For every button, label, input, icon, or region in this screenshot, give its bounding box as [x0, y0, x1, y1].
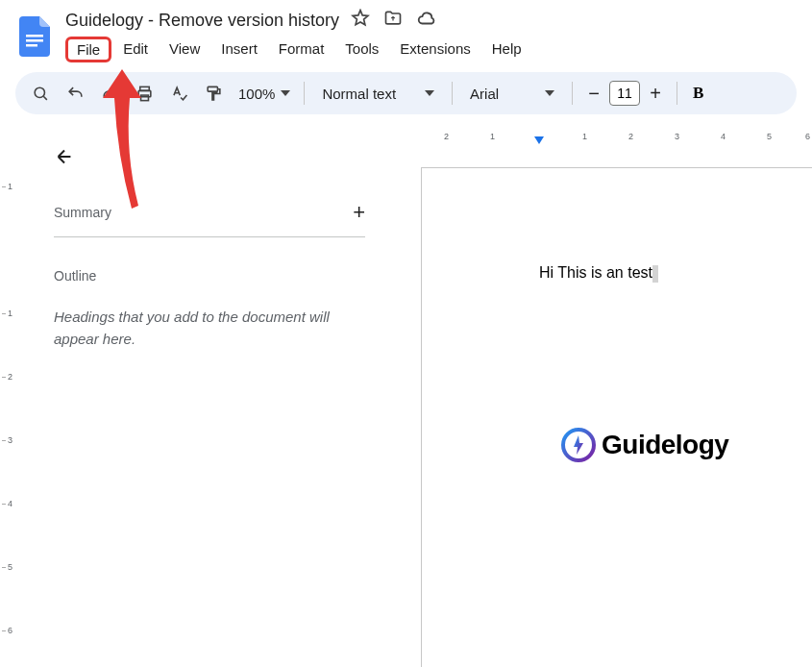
back-arrow-icon[interactable] [54, 146, 365, 173]
separator [304, 82, 305, 105]
menu-edit[interactable]: Edit [113, 37, 158, 62]
svg-rect-0 [26, 35, 43, 37]
menu-file[interactable]: File [65, 37, 111, 62]
search-icon[interactable] [25, 78, 56, 109]
guidelogy-logo-icon [561, 428, 596, 462]
svg-point-3 [35, 87, 44, 97]
menu-view[interactable]: View [160, 37, 209, 62]
ruler-tick: 3 [8, 435, 12, 445]
ruler-tick: 1 [8, 182, 12, 191]
svg-rect-2 [26, 44, 37, 47]
menu-tools[interactable]: Tools [335, 37, 388, 62]
ruler-tick: 3 [675, 132, 679, 141]
ruler-tick: 2 [628, 132, 633, 141]
separator [572, 82, 573, 105]
svg-rect-7 [208, 86, 217, 91]
ruler-tick: 4 [8, 499, 12, 508]
fontsize-decrease[interactable]: − [580, 80, 607, 107]
print-icon[interactable] [129, 78, 160, 109]
menu-format[interactable]: Format [269, 37, 334, 62]
font-select[interactable]: Arial [460, 86, 564, 102]
ruler-tick: 2 [8, 372, 12, 382]
ruler-tick: 6 [805, 132, 810, 141]
outline-heading: Outline [54, 268, 365, 284]
ruler-tick: 5 [767, 132, 772, 141]
ruler-tick: 1 [8, 309, 12, 318]
document-title[interactable]: Guidelogy - Remove version history [65, 9, 339, 33]
vertical-ruler: 1 1 2 3 4 5 6 [0, 129, 19, 667]
outline-sidebar: Summary + Outline Headings that you add … [19, 129, 404, 667]
horizontal-ruler: 2 1 1 2 3 4 5 6 [423, 129, 812, 148]
move-folder-icon[interactable] [383, 9, 403, 32]
toolbar: 100% Normal text Arial − + B [15, 72, 797, 114]
separator [452, 82, 453, 105]
watermark: Guidelogy [561, 428, 728, 462]
fontsize-increase[interactable]: + [642, 80, 669, 107]
ruler-tick: 5 [8, 562, 12, 572]
star-icon[interactable] [351, 9, 370, 32]
style-value: Normal text [322, 86, 396, 102]
menu-extensions[interactable]: Extensions [390, 37, 480, 62]
undo-icon[interactable] [60, 78, 90, 109]
summary-heading: Summary [54, 205, 111, 220]
ruler-tick: 6 [8, 626, 12, 635]
fontsize-input[interactable] [609, 81, 640, 106]
indent-marker-icon[interactable] [534, 136, 544, 144]
menu-help[interactable]: Help [482, 37, 531, 62]
bold-button[interactable]: B [685, 84, 711, 103]
font-value: Arial [470, 86, 499, 102]
outline-placeholder-text: Headings that you add to the document wi… [54, 307, 365, 350]
divider [54, 236, 365, 237]
spellcheck-icon[interactable] [163, 78, 194, 109]
add-summary-icon[interactable]: + [353, 200, 365, 225]
paint-format-icon[interactable] [198, 78, 229, 109]
ruler-tick: 4 [721, 132, 726, 141]
zoom-select[interactable]: 100% [233, 86, 296, 102]
document-page[interactable]: Hi This is an test Guidelogy [421, 167, 812, 667]
cloud-status-icon[interactable] [416, 8, 437, 33]
svg-rect-1 [26, 39, 43, 42]
menubar: File Edit View Insert Format Tools Exten… [65, 37, 797, 62]
redo-icon[interactable] [94, 78, 125, 109]
zoom-value: 100% [238, 86, 275, 102]
ruler-tick: 2 [444, 132, 449, 141]
paragraph-style-select[interactable]: Normal text [312, 86, 444, 102]
text-cursor [652, 265, 658, 283]
menu-insert[interactable]: Insert [211, 37, 267, 62]
document-body-text[interactable]: Hi This is an test [539, 264, 658, 283]
ruler-tick: 1 [582, 132, 587, 141]
watermark-text: Guidelogy [602, 430, 728, 460]
separator [677, 82, 677, 105]
ruler-tick: 1 [490, 132, 495, 141]
docs-app-icon[interactable] [15, 8, 54, 60]
